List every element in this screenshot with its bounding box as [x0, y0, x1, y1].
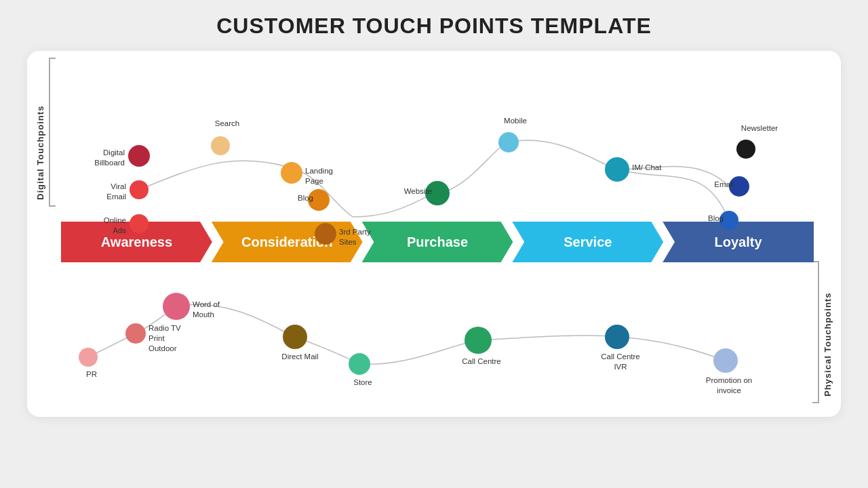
digital-dot-10: [736, 140, 755, 159]
physical-dot-5: [465, 327, 492, 354]
main-card: Digital Touchpoints Physical Touchpoints…: [27, 51, 841, 417]
digital-dot-6: [315, 223, 336, 245]
digital-dot-label-7: Website: [383, 186, 432, 197]
digital-dot-label-10: Newsletter: [732, 123, 787, 134]
segment-service: Service: [512, 222, 663, 262]
physical-dot-label-2: Word of Mouth: [193, 300, 243, 320]
physical-dot-label-6: Call Centre IVR: [593, 352, 648, 372]
digital-dot-8: [498, 132, 519, 152]
page-title: CUSTOMER TOUCH POINTS TEMPLATE: [216, 14, 652, 39]
physical-label: Physical Touchpoints: [823, 261, 833, 396]
digital-dot-label-2: Online Ads: [79, 216, 126, 236]
physical-dot-7: [713, 348, 738, 373]
physical-dot-4: [349, 353, 370, 375]
digital-dot-1: [130, 180, 149, 199]
digital-dot-label-4: Landing Page: [305, 166, 353, 186]
digital-dot-label-6: 3rd Party Sites: [339, 227, 387, 247]
digital-dot-2: [130, 214, 149, 233]
digital-dot-label-11: Email: [685, 180, 734, 190]
digital-dot-3: [211, 136, 230, 155]
digital-dot-label-3: Search: [207, 119, 248, 129]
digital-dot-label-12: Blog: [675, 214, 724, 224]
digital-dot-label-9: IM/ Chat: [632, 163, 686, 173]
physical-dot-6: [605, 325, 629, 349]
physical-dot-label-7: Promotion on invoice: [698, 375, 760, 396]
digital-dot-4: [281, 162, 302, 184]
physical-dot-3: [283, 325, 307, 349]
digital-dot-label-0: Digital Billboard: [77, 148, 125, 168]
digital-dot-9: [605, 157, 629, 182]
physical-dot-2: [163, 293, 190, 320]
digital-label: Digital Touchpoints: [35, 64, 45, 200]
physical-dot-label-3: Direct Mail: [275, 352, 326, 362]
page-container: CUSTOMER TOUCH POINTS TEMPLATE Digital T…: [0, 0, 868, 488]
physical-dot-0: [79, 348, 98, 367]
arrow-banner: Awareness Consideration Purchase Service…: [61, 222, 814, 262]
digital-dot-label-8: Mobile: [495, 116, 536, 126]
digital-dot-label-5: Blog: [264, 193, 313, 203]
physical-dot-label-4: Store: [346, 378, 380, 388]
physical-dot-1: [125, 323, 146, 344]
digital-dot-label-1: Viral Email: [79, 182, 126, 202]
physical-dot-label-0: PR: [78, 369, 105, 380]
segment-loyalty: Loyalty: [663, 222, 814, 262]
physical-dot-label-1: Radio TV Print Outdoor: [149, 323, 203, 354]
digital-dot-0: [128, 145, 150, 167]
bracket-digital: [49, 58, 56, 207]
physical-dot-label-5: Call Centre: [454, 357, 509, 367]
